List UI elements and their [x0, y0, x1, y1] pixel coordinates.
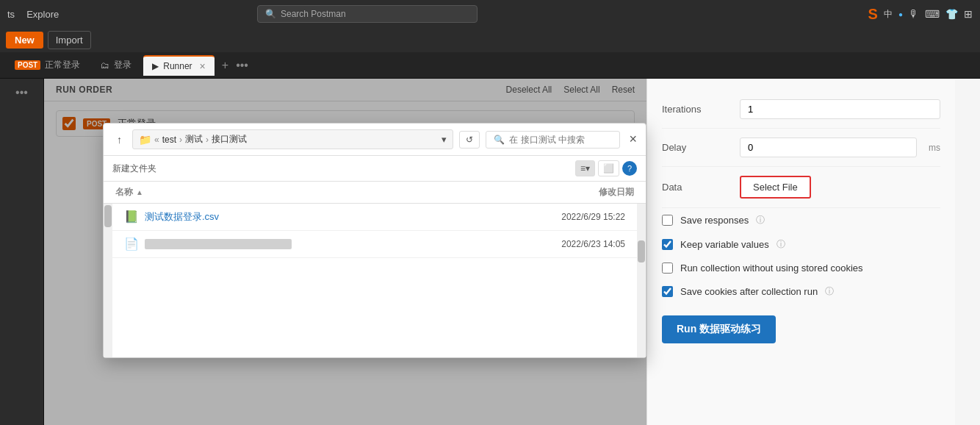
iterations-input[interactable] [740, 99, 940, 119]
col-date-header: 修改日期 [516, 186, 634, 199]
file-item-csv[interactable]: 📗 测试数据登录.csv 2022/6/29 15:22 [112, 204, 637, 231]
save-responses-label: Save responses [680, 215, 749, 226]
file-csv-name: 测试数据登录.csv [145, 210, 508, 224]
path-part-3: 接口测试 [212, 133, 247, 146]
save-responses-row: Save responses ⓘ [662, 208, 940, 232]
run-button[interactable]: Run 数据驱动练习 [662, 315, 776, 343]
data-label: Data [662, 182, 728, 193]
save-cookies-label: Save cookies after collection run [680, 286, 818, 297]
nav-ts[interactable]: ts [7, 9, 15, 20]
search-icon: 🔍 [265, 9, 276, 19]
folder-icon-small: 📁 [139, 134, 151, 146]
help-button[interactable]: ? [622, 161, 637, 176]
search-placeholder: Search Postman [281, 9, 346, 19]
save-cookies-row: Save cookies after collection run ⓘ [662, 279, 940, 304]
runner-panel: RUN ORDER Deselect All Select All Reset … [44, 79, 646, 425]
path-part-2: 测试 [185, 133, 203, 146]
tab-post-login[interactable]: POST 正常登录 [6, 54, 89, 76]
top-bar-right: S 中 ● 🎙 ⌨ 👕 ⊞ [868, 6, 973, 23]
keyboard-icon: ⌨ [925, 8, 940, 20]
scroll-right [637, 204, 646, 357]
shirt-icon: 👕 [945, 8, 958, 20]
run-without-cookies-checkbox[interactable] [662, 262, 673, 274]
dialog-up-button[interactable]: ↑ [112, 132, 126, 148]
list-view-button[interactable]: ≡▾ [575, 160, 595, 176]
new-folder-button[interactable]: 新建文件夹 [112, 162, 156, 175]
file-blurred-content [145, 239, 508, 249]
file-dialog-overlay: ↑ 📁 « test › 测试 › 接口测试 ▾ ↺ 🔍 [44, 79, 646, 425]
path-sep-1: « [154, 135, 159, 145]
tab-folder-label: 登录 [114, 59, 131, 71]
scroll-thumb-left[interactable] [104, 205, 112, 227]
path-sep-2: › [179, 135, 182, 145]
right-panel: Iterations Delay ms Data Select File Sav… [646, 79, 955, 425]
save-cookies-checkbox[interactable] [662, 286, 673, 297]
search-bar[interactable]: 🔍 Search Postman [257, 5, 478, 23]
tab-close-icon[interactable]: × [200, 61, 206, 71]
delay-label: Delay [662, 142, 728, 153]
grid-icon: ⊞ [964, 8, 973, 20]
data-row: Data Select File [662, 167, 940, 208]
view-toggle: ≡▾ ⬜ ? [575, 160, 637, 176]
file-list-items: 📗 测试数据登录.csv 2022/6/29 15:22 📄 2022/6/23… [112, 204, 637, 357]
tab-runner-label: Runner [163, 61, 192, 71]
file-item-blurred[interactable]: 📄 2022/6/23 14:05 [112, 231, 637, 258]
keep-variable-row: Keep variable values ⓘ [662, 232, 940, 257]
save-cookies-info-icon: ⓘ [825, 285, 834, 298]
file-csv-icon: 📗 [124, 210, 139, 224]
dialog-close-button[interactable]: × [629, 132, 637, 147]
sort-icon: ▲ [136, 188, 143, 196]
nav-explore[interactable]: Explore [26, 9, 59, 20]
dialog-search-input[interactable] [509, 135, 612, 145]
run-without-cookies-row: Run collection without using stored cook… [662, 257, 940, 279]
file-blurred-icon: 📄 [124, 237, 139, 251]
tab-folder-login[interactable]: 🗂 登录 [92, 54, 140, 76]
iterations-row: Iterations [662, 90, 940, 129]
select-file-button[interactable]: Select File [740, 176, 811, 199]
more-tabs-button[interactable]: ••• [236, 59, 248, 72]
scroll-left [104, 204, 112, 357]
tab-runner[interactable]: ▶ Runner × [143, 55, 215, 76]
sidebar-more-icon[interactable]: ••• [15, 86, 28, 99]
dot-icon: ● [898, 10, 903, 18]
app-nav: ts Explore [7, 9, 59, 20]
file-blurred-date: 2022/6/23 14:05 [508, 239, 625, 249]
dialog-secondary-bar: 新建文件夹 ≡▾ ⬜ ? [104, 156, 646, 182]
tab-post-login-label: 正常登录 [45, 59, 80, 71]
import-button[interactable]: Import [48, 31, 91, 49]
dialog-content: 名称 ▲ 修改日期 📗 测试数据登录.csv [104, 182, 646, 357]
path-sep-3: › [206, 135, 209, 145]
grid-view-button[interactable]: ⬜ [598, 160, 619, 176]
dialog-search: 🔍 [486, 131, 620, 149]
delay-input[interactable] [740, 138, 917, 157]
mic-icon: 🎙 [909, 8, 919, 20]
path-part-1: test [162, 135, 176, 145]
file-csv-date: 2022/6/29 15:22 [508, 212, 625, 222]
keep-variable-checkbox[interactable] [662, 239, 673, 250]
file-list-body: 📗 测试数据登录.csv 2022/6/29 15:22 📄 2022/6/23… [104, 204, 646, 357]
folder-icon: 🗂 [101, 60, 109, 71]
delay-row: Delay ms [662, 129, 940, 167]
dialog-path: 📁 « test › 测试 › 接口测试 ▾ [132, 129, 453, 149]
run-without-cookies-label: Run collection without using stored cook… [680, 262, 863, 274]
dialog-refresh-button[interactable]: ↺ [459, 131, 480, 149]
dialog-toolbar: ↑ 📁 « test › 测试 › 接口测试 ▾ ↺ 🔍 [104, 124, 646, 156]
sidebar: ••• [0, 79, 44, 425]
main-layout: ••• RUN ORDER Deselect All Select All Re… [0, 79, 980, 425]
method-badge-post: POST [15, 60, 40, 70]
delay-unit: ms [929, 143, 940, 153]
col-name-header[interactable]: 名称 ▲ [115, 186, 516, 199]
new-button[interactable]: New [6, 32, 43, 49]
path-dropdown-button[interactable]: ▾ [442, 134, 447, 145]
save-responses-checkbox[interactable] [662, 215, 673, 226]
top-bar: ts Explore 🔍 Search Postman S 中 ● 🎙 ⌨ 👕 … [0, 0, 980, 28]
keep-variable-label: Keep variable values [680, 239, 769, 250]
blur-name [145, 239, 292, 249]
nav-left: ts Explore [7, 9, 59, 20]
dialog-search-icon: 🔍 [494, 135, 505, 145]
lang-icon: 中 [884, 8, 893, 21]
iterations-label: Iterations [662, 104, 728, 115]
file-list-header: 名称 ▲ 修改日期 [104, 182, 646, 204]
scroll-thumb-right[interactable] [638, 240, 645, 262]
add-tab-button[interactable]: + [217, 59, 233, 72]
